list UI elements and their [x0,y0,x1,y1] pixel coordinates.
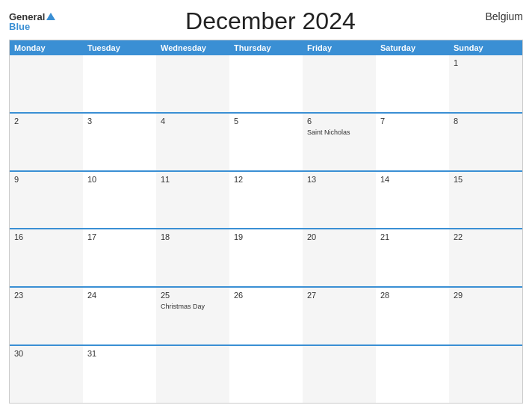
calendar-cell: 20 [303,229,376,286]
calendar-day-number: 11 [161,175,225,184]
calendar-day-number: 1 [454,58,518,67]
calendar-cell: 16 [10,229,83,286]
calendar-cell: 18 [156,229,229,286]
calendar-cell: 17 [83,229,156,286]
calendar-day-number: 13 [307,175,371,184]
calendar-day-number: 26 [234,291,298,300]
calendar-day-number: 22 [454,232,518,241]
calendar-header-day: Wednesday [156,40,229,55]
calendar-event: Christmas Day [161,303,225,310]
calendar-day-number: 21 [380,232,445,241]
calendar-cell [156,55,229,112]
calendar-cell [449,346,522,403]
calendar-cell: 26 [229,288,303,344]
calendar-cell: 23 [10,288,83,344]
calendar-day-number: 24 [87,291,152,300]
calendar-cell: 25Christmas Day [156,288,229,344]
calendar-day-number: 12 [234,175,298,184]
logo-general-text: General [9,12,45,22]
calendar-cell: 29 [449,288,522,344]
logo: General Blue [9,12,55,31]
calendar-cell: 9 [10,172,83,229]
calendar-day-number: 10 [87,175,152,184]
calendar-day-number: 20 [307,232,371,241]
calendar-week: 23456Saint Nicholas78 [10,112,522,170]
calendar-day-number: 30 [14,349,78,358]
calendar-day-number: 2 [14,117,78,126]
calendar-cell [376,346,449,403]
calendar-day-number: 17 [87,232,152,241]
calendar-header-day: Tuesday [83,40,156,55]
calendar-cell: 15 [449,172,522,229]
calendar-day-number: 31 [87,349,152,358]
calendar-cell [156,346,229,403]
calendar-day-number: 15 [454,175,518,184]
calendar-event: Saint Nicholas [307,129,371,136]
calendar-cell [229,346,303,403]
calendar-day-number: 3 [87,117,152,126]
calendar-day-number: 25 [161,291,225,300]
calendar-header-day: Friday [303,40,376,55]
calendar-day-number: 4 [161,117,225,126]
calendar-day-number: 6 [307,117,371,126]
calendar-cell: 6Saint Nicholas [303,114,376,170]
header: General Blue December 2024 Belgium [9,7,523,35]
calendar-cell [10,55,83,112]
calendar-cell: 4 [156,114,229,170]
calendar-cell: 7 [376,114,449,170]
calendar-header-day: Sunday [449,40,522,55]
calendar-cell: 31 [83,346,156,403]
calendar-cell [229,55,303,112]
calendar-day-number: 9 [14,175,78,184]
calendar-cell: 21 [376,229,449,286]
calendar-cell: 8 [449,114,522,170]
calendar-cell: 28 [376,288,449,344]
calendar-day-number: 18 [161,232,225,241]
calendar-day-number: 5 [234,117,298,126]
calendar-body: 123456Saint Nicholas78910111213141516171… [10,55,522,403]
calendar-cell [83,55,156,112]
calendar-week: 9101112131415 [10,170,522,229]
calendar-cell: 11 [156,172,229,229]
calendar-cell: 19 [229,229,303,286]
calendar-cell: 30 [10,346,83,403]
calendar-day-number: 27 [307,291,371,300]
calendar-cell: 13 [303,172,376,229]
calendar-cell: 10 [83,172,156,229]
month-title: December 2024 [55,7,485,35]
calendar-cell: 3 [83,114,156,170]
calendar-day-number: 23 [14,291,78,300]
calendar-cell: 12 [229,172,303,229]
logo-triangle-icon [46,13,55,20]
calendar-day-number: 28 [380,291,445,300]
calendar-cell: 22 [449,229,522,286]
calendar-week: 3031 [10,344,522,403]
calendar-day-number: 14 [380,175,445,184]
calendar-cell: 24 [83,288,156,344]
calendar-cell: 2 [10,114,83,170]
calendar-day-number: 8 [454,117,518,126]
calendar-header-day: Monday [10,40,83,55]
calendar-cell [303,55,376,112]
page: General Blue December 2024 Belgium Monda… [0,0,532,411]
calendar-cell: 1 [449,55,522,112]
calendar-cell [376,55,449,112]
calendar-day-number: 16 [14,232,78,241]
calendar-day-number: 29 [454,291,518,300]
calendar-day-number: 7 [380,117,445,126]
calendar-header-day: Thursday [229,40,303,55]
calendar-day-number: 19 [234,232,298,241]
calendar-header-row: MondayTuesdayWednesdayThursdayFridaySatu… [10,40,522,55]
calendar-header-day: Saturday [376,40,449,55]
logo-blue-text: Blue [9,22,30,31]
calendar-cell: 14 [376,172,449,229]
calendar-week: 232425Christmas Day26272829 [10,286,522,344]
country-label: Belgium [485,10,523,22]
calendar-week: 16171819202122 [10,228,522,286]
calendar-week: 1 [10,55,522,112]
calendar-cell: 27 [303,288,376,344]
calendar-cell [303,346,376,403]
calendar: MondayTuesdayWednesdayThursdayFridaySatu… [9,40,523,404]
calendar-cell: 5 [229,114,303,170]
